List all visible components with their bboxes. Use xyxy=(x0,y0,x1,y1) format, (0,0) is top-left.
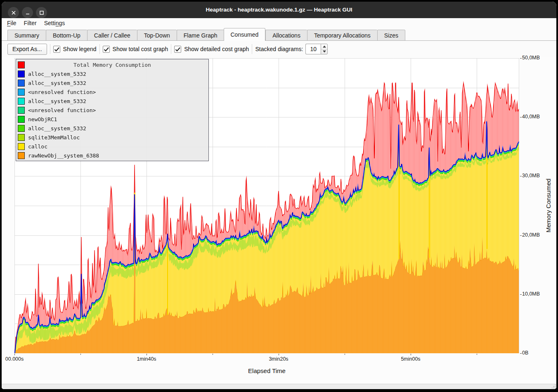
legend-label: Total Memory Consumption xyxy=(16,62,208,68)
checkbox-show-detailed-cost-graph[interactable]: Show detailed cost graph xyxy=(174,46,249,53)
tab-top-down[interactable]: Top-Down xyxy=(137,30,177,41)
checkbox-label: Show total cost graph xyxy=(113,46,168,52)
legend-swatch xyxy=(18,70,25,77)
legend-swatch xyxy=(18,98,25,105)
status-bar xyxy=(2,384,556,389)
legend-label: sqlite3MemMalloc xyxy=(28,134,80,141)
menu-filter[interactable]: Filter xyxy=(20,20,40,26)
y-tick-label: 10,0MB xyxy=(522,291,540,297)
legend-item: alloc__system_5332 xyxy=(16,78,208,87)
legend-label: alloc__system_5332 xyxy=(28,98,86,104)
spin-down-icon xyxy=(323,51,326,53)
y-tick xyxy=(520,176,522,176)
stacked-diagrams-spinbox[interactable]: 10 xyxy=(305,44,328,54)
legend-label: rawNewObj__system_6388 xyxy=(28,153,99,159)
y-tick-label: 50,0MB xyxy=(522,55,540,61)
legend-item: alloc__system_5332 xyxy=(16,96,208,106)
spin-down-button[interactable] xyxy=(321,49,327,54)
legend-label: alloc__system_5332 xyxy=(28,80,86,86)
y-tick xyxy=(520,294,522,295)
legend-item: rawNewObj__system_6388 xyxy=(16,151,208,160)
legend-label: newObjRC1 xyxy=(28,116,57,122)
stacked-diagrams-label: Stacked diagrams: xyxy=(255,46,303,52)
legend-item: newObjRC1 xyxy=(16,115,208,124)
tab-allocations[interactable]: Allocations xyxy=(265,30,307,41)
x-tick xyxy=(147,354,147,355)
chart-area: Elapsed Time Memory Consumed Total Memor… xyxy=(2,57,556,384)
tab-temporary-allocations[interactable]: Temporary Allocations xyxy=(307,30,377,41)
tab-consumed[interactable]: Consumed xyxy=(224,28,266,41)
legend-label: alloc__system_5332 xyxy=(28,71,86,77)
y-tick-label: 0B xyxy=(522,350,528,356)
spinbox-value[interactable]: 10 xyxy=(305,44,321,54)
legend-item: sqlite3MemMalloc xyxy=(16,133,208,142)
x-tick xyxy=(14,354,15,355)
legend-label: alloc__system_5332 xyxy=(28,125,86,131)
y-tick xyxy=(520,58,522,59)
legend-item: alloc__system_5332 xyxy=(16,124,208,133)
x-tick xyxy=(279,354,279,355)
x-minor-tick xyxy=(345,354,345,355)
checkbox-box[interactable] xyxy=(53,46,60,53)
legend-swatch xyxy=(18,89,25,96)
legend-item: Total Memory Consumption xyxy=(16,60,208,69)
menu-bar: FileFilterSettings xyxy=(2,18,556,28)
tab-bar: SummaryBottom-UpCaller / CalleeTop-DownF… xyxy=(2,28,556,41)
x-minor-tick xyxy=(477,354,477,355)
menu-file[interactable]: File xyxy=(3,20,20,26)
checkbox-label: Show legend xyxy=(63,46,97,52)
y-tick xyxy=(520,235,522,236)
legend-item: alloc__system_5332 xyxy=(16,69,208,78)
export-as-button[interactable]: Export As... xyxy=(7,44,47,55)
legend-swatch xyxy=(18,134,25,141)
spin-up-icon xyxy=(323,45,326,47)
legend-label: calloc xyxy=(28,143,47,150)
legend-item: <unresolved function> xyxy=(16,106,208,115)
y-tick xyxy=(520,117,522,117)
check-icon xyxy=(175,47,181,52)
checkbox-show-legend[interactable]: Show legend xyxy=(53,46,97,53)
x-tick-label: 00.000s xyxy=(2,356,27,362)
toolbar-separator xyxy=(99,44,100,54)
legend-swatch xyxy=(18,116,25,123)
legend-swatch xyxy=(18,80,25,87)
x-tick xyxy=(411,354,411,355)
x-tick-label: 5min00s xyxy=(398,356,423,362)
checkbox-show-total-cost-graph[interactable]: Show total cost graph xyxy=(103,46,168,53)
x-minor-tick xyxy=(80,354,81,355)
menu-settings[interactable]: Settings xyxy=(40,20,69,26)
x-tick-label: 1min40s xyxy=(134,356,159,362)
checkbox-box[interactable] xyxy=(103,46,110,53)
toolbar-separator xyxy=(171,44,171,54)
y-tick-label: 40,0MB xyxy=(522,114,540,120)
resize-grip-icon[interactable] xyxy=(551,384,556,388)
check-icon xyxy=(54,47,60,52)
toolbar-separator xyxy=(252,44,252,54)
y-tick-label: 30,0MB xyxy=(522,173,540,178)
title-bar: Heaptrack - heaptrack.wakunode.1.gz — He… xyxy=(2,2,556,18)
y-axis-title: Memory Consumed xyxy=(545,58,553,353)
tab-flame-graph[interactable]: Flame Graph xyxy=(177,30,224,41)
spin-up-button[interactable] xyxy=(321,44,327,49)
tab-bottom-up[interactable]: Bottom-Up xyxy=(46,30,87,41)
x-minor-tick xyxy=(213,354,213,355)
tab-caller-callee[interactable]: Caller / Callee xyxy=(87,30,137,41)
legend-swatch xyxy=(18,152,25,159)
legend-swatch xyxy=(18,143,25,150)
legend-item: calloc xyxy=(16,142,208,151)
tab-sizes[interactable]: Sizes xyxy=(377,30,405,41)
app-window: Heaptrack - heaptrack.wakunode.1.gz — He… xyxy=(2,2,556,389)
toolbar: Export As...Show legendShow total cost g… xyxy=(2,41,556,57)
checkbox-box[interactable] xyxy=(174,46,181,53)
y-tick-label: 20,0MB xyxy=(522,232,540,238)
checkbox-label: Show detailed cost graph xyxy=(184,46,249,52)
legend-swatch xyxy=(18,107,25,114)
window-title: Heaptrack - heaptrack.wakunode.1.gz — He… xyxy=(2,2,556,18)
tab-summary[interactable]: Summary xyxy=(7,30,46,41)
legend-label: <unresolved function> xyxy=(28,89,96,95)
y-tick xyxy=(520,353,522,354)
chart-legend: Total Memory Consumptionalloc__system_53… xyxy=(16,59,209,161)
check-icon xyxy=(104,47,109,52)
legend-swatch xyxy=(18,125,25,132)
legend-label: <unresolved function> xyxy=(28,107,96,113)
